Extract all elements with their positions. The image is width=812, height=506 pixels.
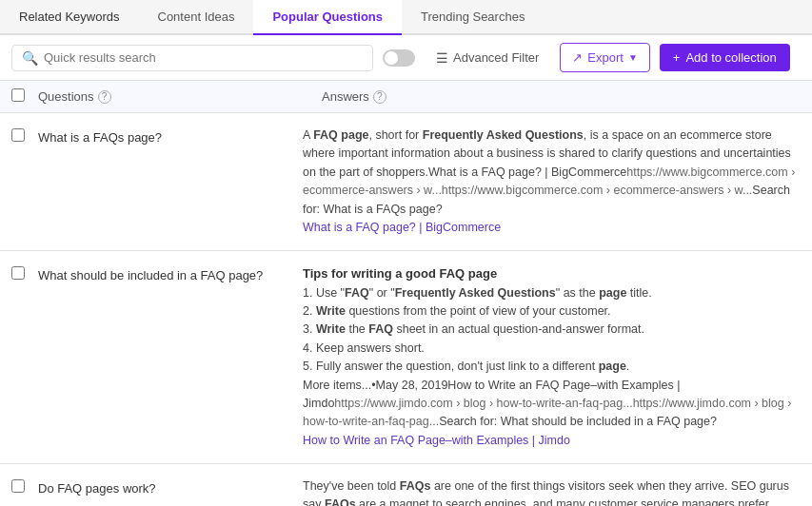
toggle-knob: [385, 51, 398, 65]
question-text-1: What is a FAQs page?: [38, 130, 162, 145]
toolbar: 🔍 ☰ Advanced Filter ↗ Export ▼ + Add to …: [0, 35, 812, 81]
search-wrap: 🔍: [11, 45, 373, 71]
toggle-wrap: [383, 49, 415, 67]
row-checkbox-3[interactable]: [11, 479, 25, 493]
table-header: Questions ? Answers ?: [0, 81, 812, 113]
row-checkbox-1[interactable]: [11, 128, 25, 142]
row-checkbox-2[interactable]: [11, 266, 25, 280]
row-checkbox-wrap-1: [11, 126, 30, 145]
row-checkbox-wrap-3: [11, 477, 30, 496]
col-header-questions: Questions ?: [38, 89, 314, 104]
table-row: Do FAQ pages work? They've been told FAQ…: [0, 464, 812, 506]
question-cell-1: What is a FAQs page?: [38, 126, 295, 147]
answer-cell-1: A FAQ page, short for Frequently Asked Q…: [303, 126, 801, 237]
answer-body-2: 1. Use "FAQ" or "Frequently Asked Questi…: [303, 286, 791, 429]
table-row: What is a FAQs page? A FAQ page, short f…: [0, 113, 812, 251]
export-button[interactable]: ↗ Export ▼: [560, 43, 649, 72]
table-row: What should be included in a FAQ page? T…: [0, 251, 812, 464]
tab-content-ideas[interactable]: Content Ideas: [139, 0, 254, 35]
advanced-filter-label: Advanced Filter: [453, 50, 539, 65]
add-icon: +: [673, 50, 681, 65]
answer-body-3: They've been told FAQs are one of the fi…: [303, 479, 791, 506]
answer-cell-3: They've been told FAQs are one of the fi…: [303, 477, 801, 506]
answers-help-icon[interactable]: ?: [373, 90, 386, 104]
question-text-2: What should be included in a FAQ page?: [38, 268, 263, 282]
filter-icon: ☰: [436, 50, 448, 66]
tab-popular-questions[interactable]: Popular Questions: [253, 0, 402, 35]
add-to-collection-button[interactable]: + Add to collection: [660, 44, 790, 71]
question-text-3: Do FAQ pages work?: [38, 481, 156, 496]
tab-related-keywords[interactable]: Related Keywords: [0, 0, 139, 35]
tab-bar: Related Keywords Content Ideas Popular Q…: [0, 0, 812, 35]
chevron-down-icon: ▼: [628, 52, 638, 63]
col-header-answers: Answers ?: [322, 89, 801, 104]
search-icon: 🔍: [22, 50, 38, 66]
search-input[interactable]: [44, 50, 363, 65]
export-label: Export: [587, 50, 624, 65]
row-checkbox-wrap-2: [11, 264, 30, 282]
answers-label: Answers: [322, 89, 369, 104]
source-link-1[interactable]: What is a FAQ page? | BigCommerce: [303, 221, 501, 234]
export-icon: ↗: [572, 50, 583, 65]
add-label: Add to collection: [685, 50, 776, 65]
source-link-2[interactable]: How to Write an FAQ Page–with Examples |…: [303, 434, 570, 447]
answer-title-2: Tips for writing a good FAQ page: [303, 266, 497, 281]
tab-trending-searches[interactable]: Trending Searches: [402, 0, 544, 35]
answer-cell-2: Tips for writing a good FAQ page 1. Use …: [303, 264, 801, 450]
advanced-filter-button[interactable]: ☰ Advanced Filter: [425, 45, 550, 71]
question-cell-3: Do FAQ pages work?: [38, 477, 295, 498]
toggle-switch[interactable]: [383, 49, 415, 67]
answer-body-1: A FAQ page, short for Frequently Asked Q…: [303, 128, 795, 216]
select-all-checkbox[interactable]: [11, 88, 25, 102]
header-checkbox-wrap: [11, 88, 30, 105]
questions-label: Questions: [38, 89, 94, 104]
questions-help-icon[interactable]: ?: [98, 90, 111, 104]
question-cell-2: What should be included in a FAQ page?: [38, 264, 295, 285]
